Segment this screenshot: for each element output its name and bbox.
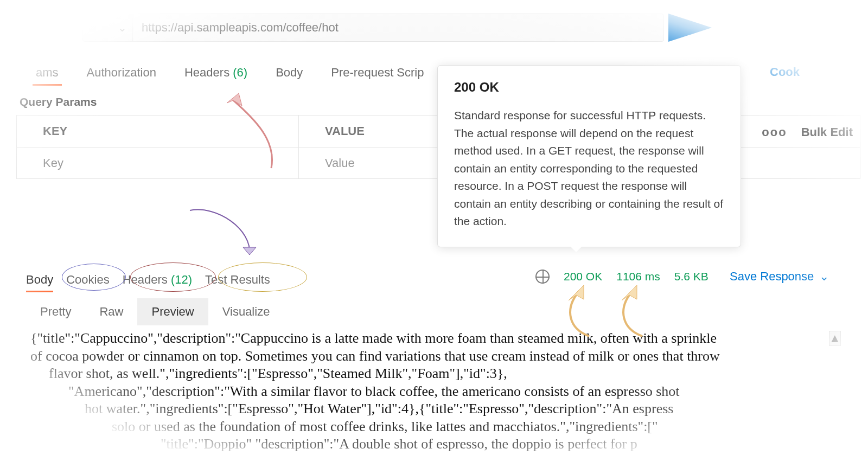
tab-headers-count: (6) bbox=[233, 66, 247, 79]
save-response-label: Save Response bbox=[730, 270, 814, 284]
url-input[interactable] bbox=[133, 21, 663, 35]
tooltip-caret bbox=[571, 247, 582, 252]
tooltip-body: Standard response for successful HTTP re… bbox=[454, 107, 724, 230]
svg-marker-3 bbox=[622, 285, 637, 300]
response-status-bar: 200 OK 1106 ms 5.6 KB bbox=[535, 270, 709, 284]
more-columns-icon[interactable]: ooo bbox=[762, 125, 787, 139]
tab-params[interactable]: ams bbox=[33, 61, 62, 86]
scroll-up-button[interactable]: ▲ bbox=[829, 331, 841, 346]
annotation-circle-cookies bbox=[62, 264, 126, 291]
chevron-down-icon: ⌄ bbox=[118, 21, 127, 34]
tab-pre-request[interactable]: Pre-request Scrip bbox=[328, 61, 427, 84]
response-preview: {"title":"Cappuccino","description":"Cap… bbox=[30, 330, 820, 453]
preview-line: "Americano","description":"With a simila… bbox=[30, 383, 820, 401]
preview-line: {"title":"Cappuccino","description":"Cap… bbox=[30, 330, 820, 348]
res-tab-body[interactable]: Body bbox=[26, 270, 53, 290]
annotation-circle-headers bbox=[130, 262, 216, 292]
tooltip-title: 200 OK bbox=[454, 80, 724, 95]
annotation-arrow-purple bbox=[179, 205, 271, 270]
tab-headers-label: Headers bbox=[184, 66, 229, 79]
svg-marker-0 bbox=[227, 93, 242, 106]
save-response-dropdown[interactable]: Save Response ⌄ bbox=[730, 270, 829, 284]
response-size[interactable]: 5.6 KB bbox=[674, 270, 709, 283]
annotation-circle-test-results bbox=[218, 262, 307, 292]
table-ops: ooo Bulk Edit bbox=[762, 125, 853, 139]
preview-line: "title":"Doppio" "description":"A double… bbox=[30, 435, 820, 453]
svg-marker-1 bbox=[243, 247, 256, 255]
tab-body[interactable]: Body bbox=[272, 61, 306, 84]
send-button[interactable] bbox=[668, 14, 712, 42]
key-input[interactable]: Key bbox=[17, 148, 299, 178]
tab-authorization[interactable]: Authorization bbox=[84, 61, 159, 84]
view-preview[interactable]: Preview bbox=[137, 298, 208, 325]
view-visualize[interactable]: Visualize bbox=[208, 298, 284, 325]
tab-headers[interactable]: Headers (6) bbox=[181, 61, 251, 84]
cookies-link[interactable]: Cook bbox=[770, 65, 800, 79]
preview-line: flavor shot, as well.","ingredients":["E… bbox=[30, 365, 820, 383]
svg-marker-2 bbox=[569, 285, 584, 300]
col-key-header: KEY bbox=[17, 116, 299, 147]
chevron-down-icon: ⌄ bbox=[819, 270, 829, 284]
bulk-edit-link[interactable]: Bulk Edit bbox=[801, 125, 853, 139]
status-tooltip: 200 OK Standard response for successful … bbox=[437, 65, 741, 247]
section-title: Query Params bbox=[20, 95, 97, 108]
view-raw[interactable]: Raw bbox=[85, 298, 137, 325]
view-pretty[interactable]: Pretty bbox=[26, 298, 85, 325]
url-bar: ⌄ bbox=[82, 14, 664, 42]
request-tabs: ams Authorization Headers (6) Body Pre-r… bbox=[33, 61, 427, 86]
response-time[interactable]: 1106 ms bbox=[616, 270, 660, 283]
preview-line: hot water.","ingredients":["Espresso","H… bbox=[30, 400, 820, 418]
preview-line: of cocoa powder or cinnamon on top. Some… bbox=[30, 348, 820, 366]
view-tabs: Pretty Raw Preview Visualize bbox=[26, 298, 284, 325]
preview-line: solo or used as the foundation of most c… bbox=[30, 418, 820, 436]
globe-icon[interactable] bbox=[535, 270, 550, 284]
status-code[interactable]: 200 OK bbox=[564, 270, 602, 283]
http-method-dropdown[interactable]: ⌄ bbox=[83, 14, 133, 41]
